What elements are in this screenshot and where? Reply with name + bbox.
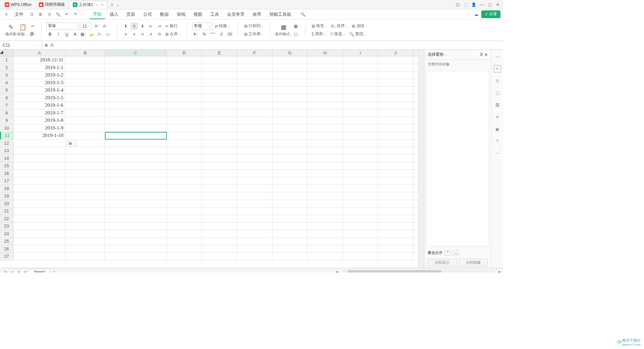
cell[interactable]: 2019-1-9 <box>13 124 66 132</box>
move-down-icon[interactable]: ⌄ <box>453 250 459 255</box>
cell[interactable] <box>105 87 167 94</box>
add-sheet-icon[interactable]: + <box>51 270 57 272</box>
percent-icon[interactable]: % <box>201 31 208 38</box>
cell[interactable] <box>13 140 66 147</box>
cell[interactable] <box>66 215 105 222</box>
cell[interactable] <box>66 162 105 169</box>
fill-color-icon[interactable]: ◢⌄ <box>88 31 96 38</box>
cell[interactable] <box>66 56 105 64</box>
cloud-icon[interactable]: ☁ <box>473 11 480 18</box>
cell[interactable] <box>308 79 343 87</box>
row-header[interactable]: 23 <box>0 222 13 230</box>
menu-smart[interactable]: 智能工具箱 <box>266 10 294 19</box>
cell[interactable] <box>378 102 413 109</box>
cell[interactable] <box>343 71 378 79</box>
cell[interactable] <box>105 177 167 185</box>
document-tab[interactable]: S 工作簿1 • ✕ <box>69 1 107 9</box>
cell[interactable] <box>167 230 202 238</box>
select-all-corner[interactable]: ◢ <box>0 50 13 56</box>
help-icon[interactable]: ? <box>494 138 501 145</box>
cell[interactable] <box>343 147 378 154</box>
cell[interactable] <box>378 155 413 162</box>
cell[interactable] <box>237 177 272 185</box>
wrap-button[interactable]: ↵ 换行 <box>164 22 179 30</box>
cell[interactable] <box>237 109 272 117</box>
cell[interactable] <box>202 177 237 185</box>
app-tab[interactable]: W WPS Office <box>1 1 35 9</box>
cell[interactable] <box>167 147 202 154</box>
paste-button[interactable]: 📋 粘贴 ⌄ <box>17 23 28 37</box>
cell[interactable] <box>308 56 343 64</box>
menu-tools[interactable]: 工具 <box>207 10 222 19</box>
cell[interactable] <box>66 245 105 253</box>
row-header[interactable]: 15 <box>0 162 13 169</box>
cell[interactable]: 2019-1-5 <box>13 94 66 102</box>
cell[interactable] <box>343 170 378 177</box>
menu-list-icon[interactable]: ≡ <box>3 11 10 18</box>
align-middle-icon[interactable]: ≡ <box>130 22 138 30</box>
row-header[interactable]: 2 <box>0 64 13 71</box>
italic-icon[interactable]: I <box>55 31 62 38</box>
cell[interactable] <box>308 253 343 260</box>
cell[interactable] <box>237 245 272 253</box>
cell[interactable] <box>167 162 202 169</box>
cell[interactable] <box>378 253 413 260</box>
collapse-icon[interactable]: — <box>494 53 501 60</box>
cell[interactable] <box>202 155 237 162</box>
cell[interactable] <box>308 94 343 102</box>
orientation-icon[interactable]: ⟲ <box>156 31 163 38</box>
cell[interactable] <box>378 207 413 215</box>
cell[interactable] <box>272 109 308 117</box>
row-header[interactable]: 25 <box>0 238 13 245</box>
cell[interactable] <box>237 185 272 192</box>
cell[interactable] <box>13 170 66 177</box>
eraser-icon[interactable]: ◇⌄ <box>105 31 112 38</box>
cell[interactable] <box>343 200 378 207</box>
cell[interactable] <box>378 79 413 87</box>
more-icon[interactable]: ⋯ <box>494 150 501 157</box>
print-icon[interactable]: ⎙ <box>46 11 53 18</box>
row-header[interactable]: 3 <box>0 71 13 79</box>
cell[interactable] <box>237 87 272 94</box>
print-preview-icon[interactable]: 🔍 <box>54 11 62 18</box>
convert-button[interactable]: ⇄ 转换⌄ <box>213 22 232 30</box>
cell[interactable] <box>202 238 237 245</box>
cell[interactable] <box>237 200 272 207</box>
cell[interactable] <box>272 71 308 79</box>
menu-data[interactable]: 数据 <box>157 10 172 19</box>
col-header-J[interactable]: J <box>378 50 413 56</box>
cell[interactable] <box>167 245 202 253</box>
cell[interactable] <box>202 87 237 94</box>
cell[interactable] <box>343 177 378 185</box>
cell[interactable]: 2019-1-3 <box>13 79 66 87</box>
cell[interactable] <box>272 162 308 169</box>
cell[interactable] <box>13 238 66 245</box>
cell[interactable] <box>66 253 105 260</box>
cell[interactable] <box>66 132 105 139</box>
redo-icon[interactable]: ↷ <box>72 11 79 18</box>
cell[interactable]: 2019-1-1 <box>13 64 66 71</box>
cell[interactable] <box>105 71 167 79</box>
cell[interactable] <box>202 71 237 79</box>
cell[interactable] <box>66 109 105 117</box>
cell[interactable] <box>66 102 105 109</box>
cell[interactable] <box>343 109 378 117</box>
cell[interactable] <box>167 170 202 177</box>
cell[interactable] <box>308 185 343 192</box>
cell[interactable] <box>272 238 308 245</box>
row-header[interactable]: 11 <box>0 132 13 139</box>
col-header-G[interactable]: G <box>272 50 308 56</box>
align-justify-icon[interactable]: ≡ <box>147 31 155 38</box>
menu-review[interactable]: 审阅 <box>173 10 189 19</box>
save-icon[interactable]: 🗋 <box>28 11 36 18</box>
template-icon[interactable]: ▣ <box>494 126 501 133</box>
cell[interactable] <box>237 192 272 200</box>
cell[interactable] <box>66 192 105 200</box>
cell[interactable] <box>272 170 308 177</box>
cell[interactable] <box>308 132 343 139</box>
last-sheet-icon[interactable]: ▸| <box>23 270 28 272</box>
cell[interactable] <box>378 71 413 79</box>
cell[interactable] <box>378 192 413 200</box>
cell[interactable] <box>308 215 343 222</box>
cell[interactable] <box>237 215 272 222</box>
